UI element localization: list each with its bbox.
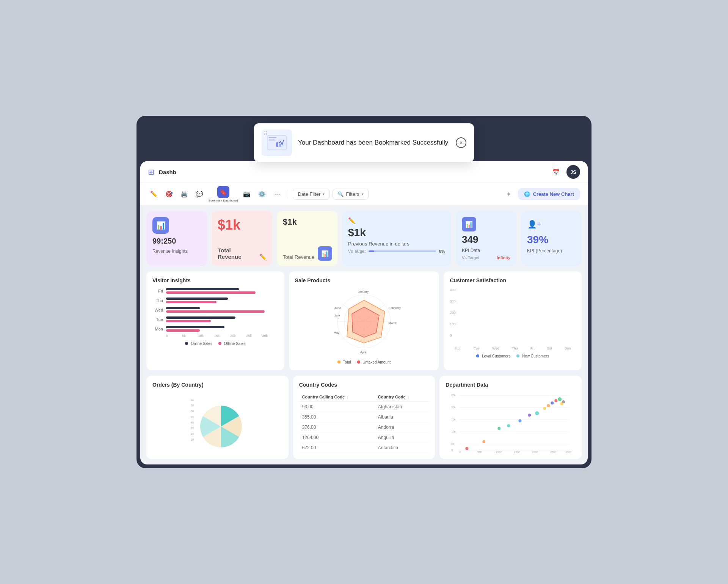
visitor-bar-chart: Fri Thu Wed	[152, 288, 278, 332]
satisfaction-x-labels: Mon Tue Wed Thu Fri Sat Sun	[450, 346, 576, 350]
online-bar-tue	[166, 316, 235, 319]
svg-text:5k: 5k	[452, 442, 455, 445]
toolbar-separator	[288, 190, 288, 199]
date-filter-label: Date Filter	[298, 191, 320, 197]
calling-code-cell: 672.00	[299, 443, 375, 453]
kpi-value-5: 349	[462, 234, 510, 246]
print-icon-btn[interactable]: 🖨️	[178, 188, 190, 200]
edit-pencil-icon: ✏️	[259, 253, 267, 261]
svg-point-56	[528, 414, 531, 417]
kpi-pct-4: 8%	[439, 249, 445, 253]
kpi-chart-icon: 📊	[462, 217, 476, 231]
country-name-cell: Andorra	[375, 422, 429, 433]
globe-icon: 🌐	[524, 191, 530, 197]
kpi-value-1: 99:250	[152, 237, 201, 246]
offline-bar-wed	[166, 310, 265, 313]
online-bar-fri	[166, 288, 239, 290]
progress-fill-4	[369, 250, 374, 252]
kpi-subtitle-1: Revenue Insights	[152, 249, 201, 254]
offline-legend: Offline Sales	[218, 342, 245, 346]
sort-icon-col1: ↕	[347, 395, 348, 399]
table-row: 93.00Afghanistan	[299, 402, 429, 412]
calling-code-cell: 355.00	[299, 412, 375, 422]
customer-satisfaction-card: Customer Satisfaction 400 300 200 100 0	[444, 271, 582, 370]
svg-text:20k: 20k	[452, 406, 456, 409]
dept-title: Department Data	[446, 382, 576, 388]
orders-title: Orders (By Country)	[152, 382, 282, 388]
visitor-legend: Online Sales Offline Sales	[152, 342, 278, 346]
kpi-card-previous-revenue: ✏️ $1k Previous Revenue in dollars Vs Ta…	[342, 211, 451, 266]
table-row: 672.00Antarctica	[299, 443, 429, 453]
calling-code-cell: 93.00	[299, 402, 375, 412]
create-chart-button[interactable]: 🌐 Create New Chart	[518, 188, 580, 200]
kpi-vs-val-5: Infinity	[497, 255, 510, 260]
calendar-icon[interactable]: 📅	[550, 166, 562, 178]
col-calling-code[interactable]: Country Calling Code ↕	[299, 392, 375, 402]
svg-text:July: July	[334, 314, 340, 317]
kpi-value-3: $1k	[283, 217, 331, 227]
bookmark-btn[interactable]: 🔖 Bookmark Dashboard	[209, 186, 238, 202]
offline-bar-mon	[166, 329, 200, 332]
svg-text:1000: 1000	[496, 451, 502, 453]
x-axis: 0 5k 10k 15k 20k 25k 30k	[152, 334, 278, 338]
svg-point-52	[483, 440, 486, 443]
svg-text:500: 500	[478, 451, 482, 453]
day-tue: Tue	[152, 317, 163, 322]
charts-row: Visitor Insights Fri Thu	[140, 271, 588, 376]
country-codes-title: Country Codes	[299, 382, 429, 388]
ai-icon-btn[interactable]: ✦	[503, 188, 515, 200]
svg-text:60: 60	[191, 410, 194, 412]
day-wed: Wed	[152, 308, 163, 312]
bar-row-tue: Tue	[152, 316, 278, 322]
share-icon-btn[interactable]: 💬	[193, 188, 206, 200]
topbar-actions: 📅 JS	[550, 165, 580, 179]
camera-icon-btn[interactable]: 📷	[241, 188, 253, 200]
app-logo: ⊞	[148, 167, 154, 176]
svg-point-64	[562, 400, 565, 403]
satisfaction-legend: Loyal Customers New Customers	[450, 354, 576, 358]
orders-pie-container: 80 70 60 50 40 30 20 10	[152, 392, 282, 453]
user-avatar[interactable]: JS	[566, 165, 580, 179]
settings-icon-btn[interactable]: ⚙️	[256, 188, 268, 200]
loyal-dot	[476, 354, 479, 357]
create-chart-label: Create New Chart	[533, 191, 574, 197]
svg-point-58	[543, 407, 546, 410]
kpi-label-2a: Total	[218, 247, 266, 253]
calling-code-cell: 1264.00	[299, 433, 375, 443]
bookmark-label: Bookmark Dashboard	[209, 199, 238, 202]
edit-icon-btn[interactable]: ✏️	[148, 188, 160, 200]
dept-data-card: Department Data 25k 20k 15k 10k 5k 0	[439, 376, 582, 459]
svg-text:March: March	[389, 321, 397, 325]
new-dot	[516, 354, 519, 357]
col-country-code[interactable]: Country Code ↕	[375, 392, 429, 402]
chevron-down-icon-2: ▾	[362, 192, 364, 196]
svg-text:20: 20	[191, 433, 194, 435]
chart-bar-icon: 📊	[152, 217, 169, 234]
date-filter-btn[interactable]: Date Filter ▾	[293, 189, 329, 200]
online-dot	[185, 342, 188, 345]
bottom-row: Orders (By Country) 80 70 60 50 40 30 20…	[140, 376, 588, 464]
svg-text:February: February	[389, 306, 401, 310]
radar-svg: January February March April May June Ju…	[322, 288, 406, 356]
total-dot	[337, 360, 340, 364]
country-name-cell: Afghanistan	[375, 402, 429, 412]
scatter-svg: 25k 20k 15k 10k 5k 0 0	[446, 392, 576, 453]
untaxed-dot	[357, 360, 360, 364]
country-codes-table: Country Calling Code ↕ Country Code ↕ 93…	[299, 392, 429, 453]
kpi-value-2: $1k	[218, 217, 266, 233]
target-icon-btn[interactable]: 🎯	[163, 188, 175, 200]
kpi-card-kpi-data: 📊 349 KPI Data Vs Target Infinity	[456, 211, 516, 266]
svg-text:2500: 2500	[551, 451, 557, 453]
filters-btn[interactable]: 🔍 Filters ▾	[333, 189, 368, 200]
svg-text:80: 80	[191, 398, 194, 401]
toast-close-button[interactable]: ×	[456, 137, 466, 148]
sale-products-card: Sale Products	[289, 271, 439, 370]
more-icon-btn[interactable]: ⋯	[271, 188, 283, 200]
total-legend: Total	[337, 360, 351, 364]
sale-products-title: Sale Products	[295, 277, 433, 283]
kpi-label-4: Previous Revenue in dollars	[348, 241, 445, 247]
topbar: ⊞ Dashb 📅 JS	[140, 161, 588, 183]
svg-text:2000: 2000	[532, 451, 538, 453]
untaxed-legend: Untaxed Amount	[357, 360, 391, 364]
svg-point-51	[466, 447, 469, 450]
